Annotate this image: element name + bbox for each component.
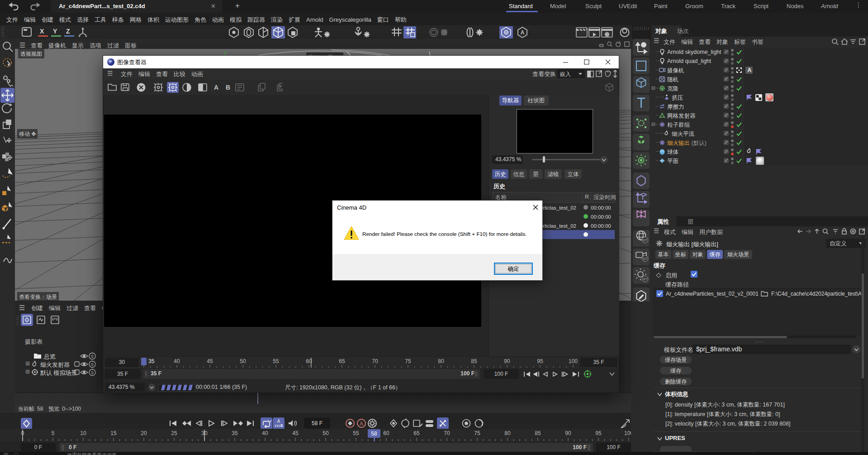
- svg-text:55: 55: [353, 430, 359, 436]
- svg-text:S: S: [91, 354, 94, 359]
- svg-text:A: A: [214, 84, 218, 91]
- svg-text:55: 55: [273, 358, 279, 364]
- svg-text:B: B: [226, 84, 230, 91]
- svg-text:A: A: [277, 419, 280, 424]
- svg-text:15: 15: [110, 430, 117, 436]
- svg-text:80: 80: [438, 358, 444, 364]
- svg-text:S: S: [91, 362, 94, 367]
- svg-text:70: 70: [444, 430, 450, 436]
- svg-text:85: 85: [535, 430, 541, 436]
- svg-text:90: 90: [565, 430, 571, 436]
- svg-text:40: 40: [174, 358, 180, 364]
- svg-text:100: 100: [569, 358, 578, 364]
- svg-text:25: 25: [171, 430, 177, 436]
- svg-text:50: 50: [323, 430, 329, 436]
- svg-text:65: 65: [413, 430, 420, 436]
- svg-text:75: 75: [474, 430, 480, 436]
- svg-text:95: 95: [595, 430, 602, 436]
- svg-text:40: 40: [262, 430, 268, 436]
- svg-text:85: 85: [471, 358, 477, 364]
- svg-text:60: 60: [383, 430, 389, 436]
- svg-text:65: 65: [339, 358, 345, 364]
- svg-text:ST: ST: [643, 278, 648, 281]
- svg-text:ST: ST: [643, 239, 648, 242]
- svg-text:S: S: [91, 370, 94, 375]
- svg-text:45: 45: [207, 358, 213, 364]
- svg-text:70: 70: [372, 358, 378, 364]
- svg-text:A: A: [521, 29, 525, 36]
- svg-text:50: 50: [240, 358, 246, 364]
- svg-text:20: 20: [141, 430, 147, 436]
- svg-text:ST: ST: [643, 257, 648, 260]
- svg-text:45: 45: [292, 430, 299, 436]
- svg-text:5: 5: [52, 430, 55, 436]
- svg-text:90: 90: [504, 358, 510, 364]
- svg-text:35: 35: [148, 358, 155, 364]
- svg-text:80: 80: [504, 430, 511, 436]
- svg-text:58: 58: [371, 431, 377, 437]
- svg-text:A: A: [360, 421, 363, 427]
- svg-text:10: 10: [80, 430, 86, 436]
- svg-text:95: 95: [537, 358, 543, 364]
- svg-text:35: 35: [232, 430, 238, 436]
- svg-text:75: 75: [405, 358, 411, 364]
